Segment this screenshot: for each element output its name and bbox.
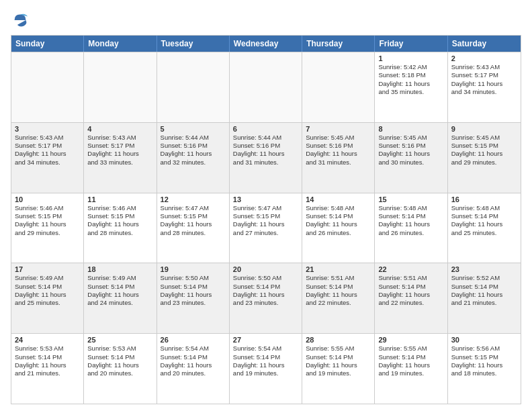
day-info: Sunrise: 5:48 AMSunset: 5:14 PMDaylight:… xyxy=(306,204,371,237)
day-number: 6 xyxy=(233,125,298,133)
day-info: Sunrise: 5:52 AMSunset: 5:14 PMDaylight:… xyxy=(451,274,517,307)
day-cell-23: 23Sunrise: 5:52 AMSunset: 5:14 PMDayligh… xyxy=(448,263,521,333)
day-info: Sunrise: 5:53 AMSunset: 5:14 PMDaylight:… xyxy=(87,345,152,377)
day-info: Sunrise: 5:43 AMSunset: 5:17 PMDaylight:… xyxy=(15,134,80,167)
day-number: 9 xyxy=(451,125,517,133)
day-cell-18: 18Sunrise: 5:49 AMSunset: 5:14 PMDayligh… xyxy=(84,263,157,333)
day-info: Sunrise: 5:43 AMSunset: 5:17 PMDaylight:… xyxy=(87,134,152,167)
day-info: Sunrise: 5:51 AMSunset: 5:14 PMDaylight:… xyxy=(306,274,371,307)
day-info: Sunrise: 5:45 AMSunset: 5:16 PMDaylight:… xyxy=(306,134,371,167)
day-number: 26 xyxy=(161,336,226,344)
day-cell-7: 7Sunrise: 5:45 AMSunset: 5:16 PMDaylight… xyxy=(302,123,375,193)
day-cell-15: 15Sunrise: 5:48 AMSunset: 5:14 PMDayligh… xyxy=(375,193,447,263)
day-number: 8 xyxy=(378,125,443,133)
calendar-row-4: 24Sunrise: 5:53 AMSunset: 5:14 PMDayligh… xyxy=(11,333,521,404)
empty-cell-0-4 xyxy=(302,52,375,122)
day-info: Sunrise: 5:56 AMSunset: 5:15 PMDaylight:… xyxy=(451,345,517,377)
day-cell-12: 12Sunrise: 5:47 AMSunset: 5:15 PMDayligh… xyxy=(157,193,230,263)
day-number: 2 xyxy=(451,54,517,62)
day-number: 15 xyxy=(378,195,443,203)
day-cell-13: 13Sunrise: 5:47 AMSunset: 5:15 PMDayligh… xyxy=(230,193,302,263)
day-cell-27: 27Sunrise: 5:54 AMSunset: 5:14 PMDayligh… xyxy=(230,334,302,404)
day-number: 11 xyxy=(87,195,152,203)
day-number: 19 xyxy=(161,265,226,273)
calendar: SundayMondayTuesdayWednesdayThursdayFrid… xyxy=(11,35,521,404)
day-info: Sunrise: 5:55 AMSunset: 5:14 PMDaylight:… xyxy=(378,345,443,377)
calendar-row-1: 3Sunrise: 5:43 AMSunset: 5:17 PMDaylight… xyxy=(11,122,521,193)
day-info: Sunrise: 5:46 AMSunset: 5:15 PMDaylight:… xyxy=(15,204,80,237)
day-cell-8: 8Sunrise: 5:45 AMSunset: 5:16 PMDaylight… xyxy=(375,123,447,193)
day-cell-14: 14Sunrise: 5:48 AMSunset: 5:14 PMDayligh… xyxy=(302,193,375,263)
day-info: Sunrise: 5:46 AMSunset: 5:15 PMDaylight:… xyxy=(87,204,152,237)
day-info: Sunrise: 5:51 AMSunset: 5:14 PMDaylight:… xyxy=(378,274,443,307)
day-number: 16 xyxy=(451,195,517,203)
day-info: Sunrise: 5:42 AMSunset: 5:18 PMDaylight:… xyxy=(378,63,443,96)
day-number: 18 xyxy=(87,265,152,273)
day-cell-1: 1Sunrise: 5:42 AMSunset: 5:18 PMDaylight… xyxy=(375,52,447,122)
day-number: 14 xyxy=(306,195,371,203)
day-number: 5 xyxy=(161,125,226,133)
day-cell-24: 24Sunrise: 5:53 AMSunset: 5:14 PMDayligh… xyxy=(11,334,84,404)
day-number: 23 xyxy=(451,265,517,273)
day-info: Sunrise: 5:53 AMSunset: 5:14 PMDaylight:… xyxy=(15,345,80,377)
day-cell-17: 17Sunrise: 5:49 AMSunset: 5:14 PMDayligh… xyxy=(11,263,84,333)
day-cell-16: 16Sunrise: 5:48 AMSunset: 5:14 PMDayligh… xyxy=(448,193,521,263)
header-cell-thursday: Thursday xyxy=(302,36,375,52)
empty-cell-0-2 xyxy=(157,52,230,122)
empty-cell-0-3 xyxy=(230,52,302,122)
day-number: 20 xyxy=(233,265,298,273)
day-info: Sunrise: 5:48 AMSunset: 5:14 PMDaylight:… xyxy=(378,204,443,237)
day-info: Sunrise: 5:43 AMSunset: 5:17 PMDaylight:… xyxy=(451,63,517,96)
calendar-row-3: 17Sunrise: 5:49 AMSunset: 5:14 PMDayligh… xyxy=(11,263,521,333)
day-number: 3 xyxy=(15,125,80,133)
day-info: Sunrise: 5:47 AMSunset: 5:15 PMDaylight:… xyxy=(161,204,226,237)
day-number: 7 xyxy=(306,125,371,133)
day-number: 4 xyxy=(87,125,152,133)
day-cell-4: 4Sunrise: 5:43 AMSunset: 5:17 PMDaylight… xyxy=(84,123,157,193)
calendar-row-2: 10Sunrise: 5:46 AMSunset: 5:15 PMDayligh… xyxy=(11,193,521,263)
calendar-body: 1Sunrise: 5:42 AMSunset: 5:18 PMDaylight… xyxy=(11,52,521,404)
header-cell-friday: Friday xyxy=(375,36,447,52)
day-number: 10 xyxy=(15,195,80,203)
day-cell-22: 22Sunrise: 5:51 AMSunset: 5:14 PMDayligh… xyxy=(375,263,447,333)
logo xyxy=(11,11,32,30)
day-info: Sunrise: 5:54 AMSunset: 5:14 PMDaylight:… xyxy=(161,345,226,377)
day-cell-9: 9Sunrise: 5:45 AMSunset: 5:15 PMDaylight… xyxy=(448,123,521,193)
day-cell-5: 5Sunrise: 5:44 AMSunset: 5:16 PMDaylight… xyxy=(157,123,230,193)
day-info: Sunrise: 5:45 AMSunset: 5:16 PMDaylight:… xyxy=(378,134,443,167)
calendar-row-0: 1Sunrise: 5:42 AMSunset: 5:18 PMDaylight… xyxy=(11,52,521,122)
day-cell-25: 25Sunrise: 5:53 AMSunset: 5:14 PMDayligh… xyxy=(84,334,157,404)
header-cell-wednesday: Wednesday xyxy=(230,36,302,52)
day-cell-26: 26Sunrise: 5:54 AMSunset: 5:14 PMDayligh… xyxy=(157,334,230,404)
header-cell-monday: Monday xyxy=(84,36,157,52)
day-cell-20: 20Sunrise: 5:50 AMSunset: 5:14 PMDayligh… xyxy=(230,263,302,333)
header-cell-saturday: Saturday xyxy=(448,36,521,52)
day-number: 17 xyxy=(15,265,80,273)
day-info: Sunrise: 5:50 AMSunset: 5:14 PMDaylight:… xyxy=(161,274,226,307)
day-cell-21: 21Sunrise: 5:51 AMSunset: 5:14 PMDayligh… xyxy=(302,263,375,333)
calendar-header: SundayMondayTuesdayWednesdayThursdayFrid… xyxy=(11,36,521,52)
day-number: 13 xyxy=(233,195,298,203)
day-number: 12 xyxy=(161,195,226,203)
header-cell-sunday: Sunday xyxy=(11,36,84,52)
day-cell-30: 30Sunrise: 5:56 AMSunset: 5:15 PMDayligh… xyxy=(448,334,521,404)
day-info: Sunrise: 5:55 AMSunset: 5:14 PMDaylight:… xyxy=(306,345,371,377)
day-cell-6: 6Sunrise: 5:44 AMSunset: 5:16 PMDaylight… xyxy=(230,123,302,193)
day-number: 1 xyxy=(378,54,443,62)
day-cell-11: 11Sunrise: 5:46 AMSunset: 5:15 PMDayligh… xyxy=(84,193,157,263)
day-info: Sunrise: 5:44 AMSunset: 5:16 PMDaylight:… xyxy=(233,134,298,167)
header-cell-tuesday: Tuesday xyxy=(157,36,230,52)
day-cell-10: 10Sunrise: 5:46 AMSunset: 5:15 PMDayligh… xyxy=(11,193,84,263)
day-cell-2: 2Sunrise: 5:43 AMSunset: 5:17 PMDaylight… xyxy=(448,52,521,122)
day-info: Sunrise: 5:49 AMSunset: 5:14 PMDaylight:… xyxy=(15,274,80,307)
day-info: Sunrise: 5:44 AMSunset: 5:16 PMDaylight:… xyxy=(161,134,226,167)
day-info: Sunrise: 5:49 AMSunset: 5:14 PMDaylight:… xyxy=(87,274,152,307)
day-number: 27 xyxy=(233,336,298,344)
day-cell-28: 28Sunrise: 5:55 AMSunset: 5:14 PMDayligh… xyxy=(302,334,375,404)
day-number: 28 xyxy=(306,336,371,344)
day-number: 22 xyxy=(378,265,443,273)
day-cell-29: 29Sunrise: 5:55 AMSunset: 5:14 PMDayligh… xyxy=(375,334,447,404)
logo-icon xyxy=(11,11,30,30)
day-info: Sunrise: 5:50 AMSunset: 5:14 PMDaylight:… xyxy=(233,274,298,307)
empty-cell-0-0 xyxy=(11,52,84,122)
